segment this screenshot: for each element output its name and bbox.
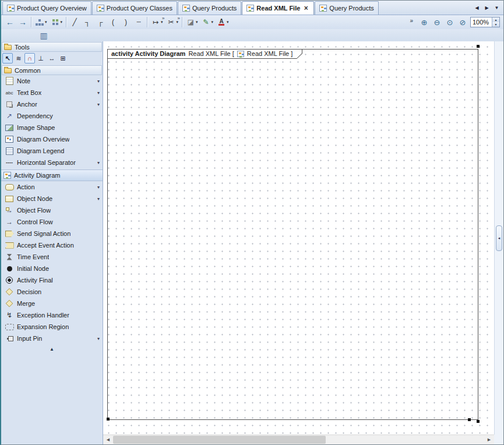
diagram-tab[interactable]: Query Products [315,1,378,15]
collapse-panel-button[interactable] [496,225,502,251]
diagram-icon [182,5,190,12]
action-icon [5,182,14,192]
toolbox-scroll-up-icon[interactable] [1,344,103,354]
toolbox-item[interactable]: Diagram Legend [1,145,103,157]
tab-scroll-right-icon[interactable] [482,3,491,13]
toolbox-item-label: Control Flow [17,218,53,225]
zoom-value-input[interactable]: 100% [471,17,492,27]
scissors-button[interactable] [165,16,181,28]
toolbox-item[interactable]: Diagram Overview [1,133,103,145]
toolbox-item[interactable]: Control Flow [1,216,103,228]
tools-button-row [1,52,103,65]
zoom-spin-up-icon[interactable]: ▲ [492,17,499,22]
chevron-down-icon[interactable] [97,79,100,84]
selection-handle[interactable] [468,418,471,421]
tab-list-icon[interactable] [492,3,501,13]
font-color-button[interactable] [215,16,231,28]
diagram-tab[interactable]: Product Query Overview [2,1,91,15]
magnet-tool-icon[interactable] [24,53,35,63]
zoom-in-button[interactable] [418,16,431,28]
scroll-left-icon[interactable] [103,435,113,444]
chevron-down-icon[interactable] [97,160,100,165]
align-tool-icon[interactable] [36,53,46,63]
toolbox-item[interactable]: Expansion Region [1,321,103,333]
line-curve-oblique-button[interactable] [119,16,132,28]
toolbox-item-label: Action [17,183,35,190]
toolbox-item[interactable]: Action [1,181,103,193]
pointer-tool-icon[interactable] [2,53,13,63]
toolbox-item-label: Diagram Legend [17,147,64,154]
diagram-tab[interactable]: Product Query Classes [92,1,177,15]
sweeper-tool-icon[interactable] [13,53,24,63]
zoom-actual-button[interactable] [443,16,456,28]
toolbox-item-label: Decision [17,288,41,295]
selection-handle[interactable] [477,420,480,423]
forward-button[interactable] [16,16,29,28]
diagram-canvas[interactable]: activity Activity Diagram Read XML File … [103,41,494,435]
chevron-down-icon[interactable] [97,102,100,107]
chevron-down-icon[interactable] [97,196,100,202]
zoom-region-button[interactable] [456,16,469,28]
selection-handle[interactable] [477,45,480,48]
zoom-out-button[interactable] [431,16,443,28]
toolbox-item[interactable]: Image Shape [1,122,103,133]
line-oblique-button[interactable] [68,16,81,28]
layout-auto-button[interactable] [49,16,65,28]
toolbox-item-label: Anchor [17,101,37,108]
tab-scroll-left-icon[interactable] [473,3,481,13]
activity-diagram-section-header[interactable]: Activity Diagram [1,169,103,181]
back-button[interactable] [3,16,16,28]
connector-end-icon [151,17,160,27]
toolbox-item[interactable]: Horizontal Separator [1,157,103,168]
toolbox-item[interactable]: Input Pin [1,333,103,344]
right-panel-strip [494,41,503,435]
line-rounded-button[interactable] [94,16,107,28]
toolbar-overflow-icon[interactable]: » [410,17,413,24]
toolbox-item[interactable]: Time Event [1,251,103,263]
toolbox-item[interactable]: Dependency [1,110,103,122]
toolbox-item[interactable]: Merge [1,298,103,309]
toolbox-item[interactable]: Object Flow [1,204,103,216]
tab-label: Product Query Classes [107,5,172,12]
activity-frame[interactable]: activity Activity Diagram Read XML File … [107,49,478,420]
toolbox-item[interactable]: Object Node [1,193,103,204]
toolbox-item[interactable]: Decision [1,286,103,298]
close-icon[interactable] [302,4,309,12]
chevron-down-icon [45,20,47,24]
format-copier-button[interactable] [184,16,200,28]
toolbox-item-label: Merge [17,300,35,307]
scroll-right-icon[interactable] [484,435,494,444]
toolbox-item[interactable]: Accept Event Action [1,239,103,251]
chevron-down-icon[interactable] [97,185,100,190]
distribute-tool-icon[interactable] [47,53,57,63]
layout-tree-button[interactable] [33,16,49,28]
diagram-tab[interactable]: Query Products [178,1,241,15]
frame-label[interactable]: activity Activity Diagram Read XML File … [107,49,302,59]
chevron-down-icon[interactable] [97,336,100,341]
scrollbar-track[interactable] [326,435,484,444]
toolbox-item[interactable]: Text Box [1,87,103,98]
resize-tool-icon[interactable] [58,53,68,63]
toolbox-item[interactable]: Initial Node [1,263,103,274]
scrollbar-thumb[interactable] [113,436,326,444]
line-rectilinear-button[interactable] [81,16,94,28]
toolbox-item[interactable]: Exception Handler [1,309,103,321]
toolbox-item-label: Image Shape [17,124,55,131]
pen-button[interactable] [200,16,216,28]
diagram-tab[interactable]: Read XML File [242,1,314,15]
toolbox-item[interactable]: Activity Final [1,274,103,286]
dependency-icon [5,111,14,121]
line-dashed-button[interactable] [132,16,145,28]
toolbox-item[interactable]: Send Signal Action [1,228,103,239]
scissors-icon [167,17,176,27]
toolbox-item[interactable]: Note [1,75,103,87]
selection-handle[interactable] [107,418,110,421]
swimlane-button[interactable] [37,30,50,41]
tools-header[interactable]: Tools [2,42,102,52]
connector-end-button[interactable] [149,16,165,28]
chevron-down-icon[interactable] [97,90,100,96]
toolbox-item[interactable]: Anchor [1,98,103,110]
common-section-header[interactable]: Common [2,65,102,75]
line-curve-button[interactable] [107,16,119,28]
zoom-spin-down-icon[interactable]: ▼ [492,22,499,27]
